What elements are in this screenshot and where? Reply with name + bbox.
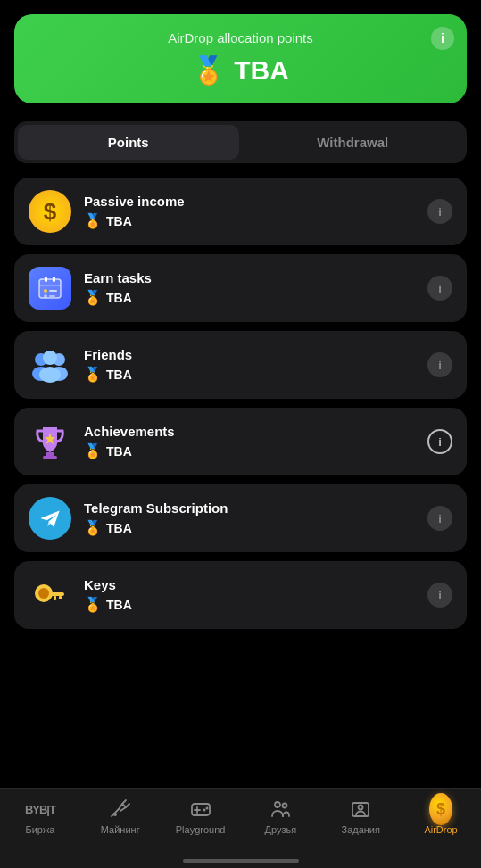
- sidebar-item-airdrop[interactable]: $ AirDrop: [401, 796, 481, 835]
- medal-icon: [84, 519, 102, 536]
- keys-icon: [29, 574, 71, 616]
- svg-rect-14: [46, 452, 54, 456]
- sidebar-item-playground[interactable]: Playground: [161, 796, 241, 835]
- list-item: $ Passive income TBA i: [14, 178, 467, 245]
- telegram-icon: [29, 497, 71, 540]
- info-button[interactable]: i: [427, 506, 452, 531]
- svg-point-4: [44, 289, 47, 293]
- svg-rect-19: [50, 592, 64, 596]
- home-indicator: [183, 859, 299, 863]
- item-title: Earn tasks: [84, 270, 415, 285]
- achievements-icon: [29, 420, 71, 463]
- header-value-row: 🏅 TBA: [32, 54, 449, 86]
- item-content: Earn tasks TBA: [84, 270, 415, 306]
- svg-rect-21: [54, 596, 56, 600]
- info-button[interactable]: i: [427, 352, 452, 377]
- svg-point-27: [283, 804, 287, 808]
- list-item: Achievements TBA i: [14, 408, 467, 475]
- info-button[interactable]: i: [427, 583, 452, 608]
- header-title: AirDrop allocation points: [32, 30, 449, 45]
- svg-point-6: [44, 294, 47, 298]
- list-item: Friends TBA i: [14, 331, 467, 399]
- item-tba: TBA: [106, 598, 132, 612]
- header-tba-value: TBA: [234, 55, 289, 86]
- list-item: Earn tasks TBA i: [14, 254, 467, 322]
- tab-points[interactable]: Points: [18, 125, 239, 160]
- svg-rect-2: [53, 277, 55, 282]
- svg-rect-15: [43, 456, 57, 459]
- playground-icon: [189, 798, 212, 821]
- tasks-nav-icon: [349, 798, 372, 821]
- item-content: Passive income TBA: [84, 194, 415, 229]
- nav-label-mining: Майнинг: [101, 824, 140, 835]
- medal-icon: [84, 442, 102, 459]
- item-tba: TBA: [106, 444, 132, 459]
- sidebar-item-friends[interactable]: Друзья: [240, 796, 320, 835]
- svg-rect-0: [39, 279, 61, 298]
- friends-icon: [29, 343, 71, 386]
- nav-label-tasks: Задания: [341, 824, 379, 835]
- item-title: Telegram Subscription: [84, 500, 415, 516]
- passive-income-icon: $: [29, 190, 71, 233]
- item-tba: TBA: [106, 521, 132, 535]
- medal-icon: [84, 366, 102, 383]
- item-value-row: TBA: [84, 289, 415, 306]
- svg-point-29: [359, 806, 363, 810]
- nav-label-playground: Playground: [176, 824, 226, 835]
- tabs-container: Points Withdrawal: [14, 121, 467, 163]
- svg-rect-3: [39, 285, 61, 286]
- tab-withdrawal[interactable]: Withdrawal: [243, 125, 464, 160]
- svg-rect-5: [49, 290, 57, 292]
- info-button[interactable]: i: [427, 276, 452, 301]
- item-value-row: TBA: [84, 212, 415, 229]
- item-title: Friends: [84, 347, 415, 362]
- friends-nav-icon: [269, 798, 292, 821]
- airdrop-icon: $: [429, 798, 452, 821]
- medal-icon: [84, 596, 102, 613]
- item-tba: TBA: [106, 214, 132, 228]
- svg-point-25: [205, 807, 208, 810]
- bottom-nav: BYB|T Биржа Майнинг Playground: [0, 788, 481, 868]
- item-content: Keys TBA: [84, 577, 415, 613]
- item-content: Telegram Subscription TBA: [84, 500, 415, 536]
- item-value-row: TBA: [84, 596, 415, 613]
- svg-point-18: [38, 588, 49, 599]
- airdrop-coin: $: [429, 793, 452, 825]
- svg-rect-20: [59, 596, 62, 599]
- item-title: Passive income: [84, 194, 415, 209]
- svg-point-12: [43, 351, 57, 365]
- medal-icon: [84, 289, 102, 306]
- list-item: Keys TBA i: [14, 561, 467, 629]
- item-tba: TBA: [106, 368, 132, 382]
- item-title: Keys: [84, 577, 415, 592]
- medal-icon: [84, 212, 102, 229]
- header-info-button[interactable]: i: [431, 27, 454, 50]
- svg-point-22: [113, 813, 117, 816]
- item-value-row: TBA: [84, 442, 415, 459]
- sidebar-item-tasks[interactable]: Задания: [320, 796, 401, 835]
- item-value-row: TBA: [84, 366, 415, 383]
- nav-label-friends: Друзья: [265, 824, 297, 835]
- nav-label-exchange: Биржа: [25, 824, 54, 835]
- mining-icon: [109, 798, 132, 821]
- svg-point-13: [39, 367, 61, 383]
- item-content: Friends TBA: [84, 347, 415, 383]
- info-button[interactable]: i: [427, 429, 452, 454]
- header-card: AirDrop allocation points 🏅 TBA i: [14, 14, 467, 103]
- sidebar-item-exchange[interactable]: BYB|T Биржа: [0, 796, 80, 835]
- svg-point-26: [275, 802, 280, 807]
- svg-rect-7: [49, 295, 55, 297]
- earn-tasks-icon: [29, 267, 71, 310]
- svg-point-24: [203, 809, 205, 812]
- info-button[interactable]: i: [427, 199, 452, 224]
- item-title: Achievements: [84, 424, 415, 439]
- sidebar-item-mining[interactable]: Майнинг: [80, 796, 161, 835]
- list-item: Telegram Subscription TBA i: [14, 484, 467, 552]
- item-value-row: TBA: [84, 519, 415, 536]
- items-list: $ Passive income TBA i Ea: [14, 178, 467, 629]
- header-medal-icon: 🏅: [192, 54, 225, 86]
- item-content: Achievements TBA: [84, 424, 415, 459]
- svg-rect-1: [45, 277, 47, 282]
- exchange-icon: BYB|T: [29, 798, 52, 821]
- nav-label-airdrop: AirDrop: [424, 824, 457, 835]
